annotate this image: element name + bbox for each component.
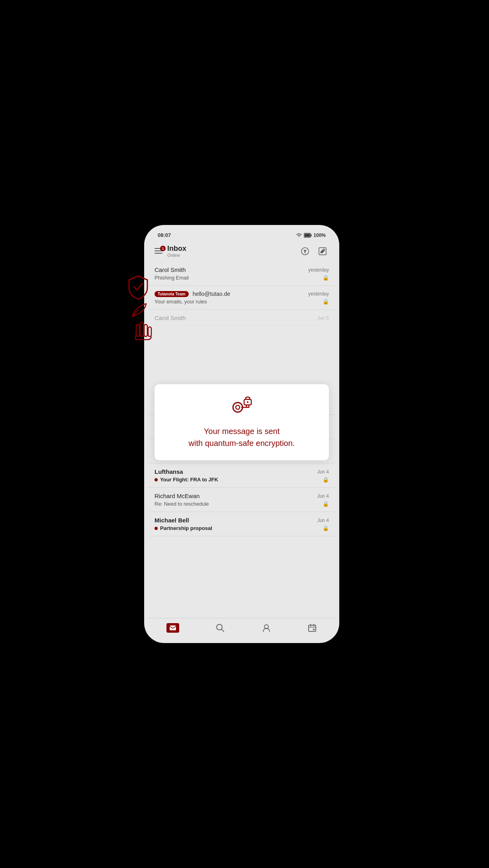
header-actions (299, 245, 329, 258)
nav-calendar[interactable] (301, 622, 323, 634)
email-sender: Richard McEwan (155, 493, 200, 499)
email-date: yesterday (308, 291, 329, 297)
email-date: Jun 4 (317, 469, 329, 475)
bottom-nav (148, 618, 335, 639)
header-title-group: Inbox Online (167, 244, 186, 258)
phone-screen: 08:07 100% (148, 229, 335, 639)
email-subject: Your Flight: FRA to JFK (160, 477, 218, 483)
list-item[interactable]: Tutanota Team hello@tutao.de yesterday Y… (148, 286, 335, 310)
status-bar: 08:07 100% (148, 229, 335, 241)
hand-icon (131, 317, 153, 342)
unread-dot (155, 478, 158, 481)
email-subject: Re: Need to reschedule (155, 501, 209, 507)
email-date: yesterday (308, 267, 329, 273)
inbox-title: Inbox (167, 244, 186, 253)
svg-point-10 (236, 405, 240, 409)
email-subject: Phishing Email (155, 275, 189, 281)
tutanota-badge: Tutanota Team (155, 291, 189, 297)
nav-mail[interactable] (160, 622, 186, 634)
email-sender: Carol Smith (155, 266, 186, 273)
svg-rect-16 (309, 625, 316, 631)
lock-icon: 🔒 (323, 275, 329, 281)
email-header: Tutanota Team hello@tutao.de yesterday (155, 291, 329, 297)
list-item[interactable]: Carol Smith Jun 5 (148, 310, 335, 326)
list-item[interactable]: Carol Smith yesterday Phishing Email 🔒 (148, 262, 335, 286)
lock-icon: 🔒 (323, 501, 329, 507)
filter-icon (301, 247, 309, 256)
email-date: Jun 4 (317, 493, 329, 499)
email-header: Carol Smith yesterday (155, 266, 329, 273)
decorative-icons (122, 273, 154, 342)
shield-icon (124, 273, 152, 301)
nav-search[interactable] (209, 622, 231, 634)
svg-rect-17 (313, 629, 315, 630)
email-sender: Carol Smith (155, 315, 186, 321)
email-date: Jun 5 (317, 315, 329, 321)
search-icon (215, 623, 225, 633)
email-subject: Your emails, your rules (155, 299, 207, 305)
email-subject-row: Partnership proposal (155, 525, 329, 531)
email-subject-row: Phishing Email (155, 275, 329, 281)
status-time: 08:07 (158, 232, 171, 238)
header-left: 1 Inbox Online (155, 244, 186, 258)
list-item[interactable]: Michael Bell Jun 4 Partnership proposal … (148, 512, 335, 536)
filter-button[interactable] (299, 245, 311, 258)
email-sender: Michael Bell (155, 517, 189, 524)
email-subject-row: Your emails, your rules (155, 299, 329, 305)
svg-point-9 (233, 403, 243, 412)
email-subject-row: Your Flight: FRA to JFK (155, 477, 329, 483)
email-subject-row: Re: Need to reschedule (155, 501, 329, 507)
lock-icon: 🔒 (323, 525, 329, 531)
phone: 08:07 100% (144, 225, 339, 643)
list-item[interactable]: Lufthansa Jun 4 Your Flight: FRA to JFK … (148, 463, 335, 488)
email-header: Carol Smith Jun 5 (155, 315, 329, 321)
svg-point-12 (247, 401, 248, 403)
email-sender-email: hello@tutao.de (193, 291, 230, 297)
lock-icon: 🔒 (323, 299, 329, 305)
mail-icon (166, 623, 179, 633)
email-date: Jun 4 (317, 518, 329, 523)
app-header: 1 Inbox Online (148, 241, 335, 262)
encryption-overlay: Your message is sent with quantum-safe e… (155, 384, 329, 460)
email-header: Lufthansa Jun 4 (155, 468, 329, 475)
calendar-icon (307, 623, 317, 633)
scene: 08:07 100% (122, 217, 367, 651)
list-item[interactable]: Richard McEwan Jun 4 Re: Need to resched… (148, 488, 335, 512)
nav-contacts[interactable] (255, 622, 278, 634)
encryption-icon (230, 395, 254, 419)
svg-rect-2 (144, 325, 147, 336)
overlay-text: Your message is sent with quantum-safe e… (189, 425, 295, 449)
compose-button[interactable] (316, 245, 329, 258)
compose-icon (318, 247, 327, 256)
email-header: Michael Bell Jun 4 (155, 517, 329, 524)
battery-icon (304, 233, 312, 238)
svg-rect-5 (311, 234, 312, 236)
svg-rect-1 (140, 322, 143, 336)
menu-button[interactable]: 1 (155, 247, 164, 255)
status-icons: 100% (296, 233, 326, 238)
inbox-badge: 1 (160, 246, 166, 251)
battery-percent: 100% (313, 233, 326, 238)
svg-rect-6 (305, 234, 310, 237)
svg-rect-0 (136, 325, 139, 336)
online-status: Online (167, 253, 186, 258)
unread-dot (155, 527, 158, 530)
svg-rect-3 (148, 327, 151, 336)
email-header: Richard McEwan Jun 4 (155, 493, 329, 499)
email-subject: Partnership proposal (160, 525, 212, 531)
contacts-icon (262, 623, 271, 633)
wifi-icon (296, 233, 302, 238)
lock-icon: 🔒 (323, 477, 329, 483)
email-sender: Lufthansa (155, 468, 183, 475)
svg-rect-13 (170, 626, 176, 630)
